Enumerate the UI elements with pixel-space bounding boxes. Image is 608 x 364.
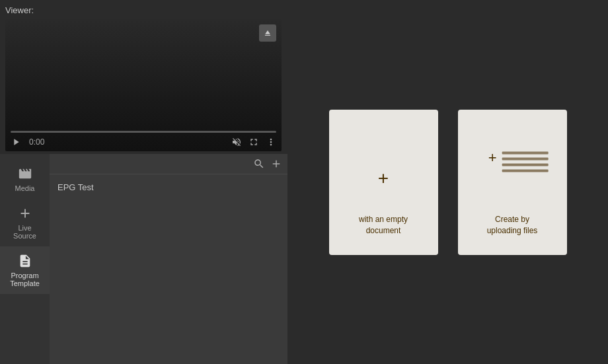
upload-files-icon-area: + — [488, 149, 549, 172]
upload-plus-icon: + — [488, 150, 497, 164]
document-icon — [18, 254, 32, 268]
left-panel: Viewer: 0:00 — [0, 0, 287, 364]
program-template-label: Program Template — [10, 272, 40, 287]
time-display: 0:00 — [29, 137, 44, 147]
video-container: 0:00 — [5, 19, 282, 151]
live-source-icon-container — [17, 205, 33, 221]
viewer-label: Viewer: — [5, 5, 282, 15]
empty-document-card[interactable]: + with an empty document — [329, 110, 438, 255]
media-label: Media — [15, 184, 35, 192]
play-button[interactable] — [11, 137, 21, 147]
search-icon — [253, 158, 265, 170]
line-bar-2 — [502, 157, 549, 160]
upload-files-label: Create by uploading files — [487, 214, 538, 237]
fullscreen-button[interactable] — [248, 137, 259, 147]
program-template-icon-container — [17, 253, 33, 269]
fullscreen-icon — [248, 137, 259, 147]
viewer-section: Viewer: 0:00 — [0, 0, 287, 151]
sidebar-item-media[interactable]: Media — [0, 159, 50, 199]
content-panel: EPG Test — [50, 154, 287, 364]
content-toolbar — [50, 154, 287, 174]
film-icon — [18, 166, 32, 181]
mute-button[interactable] — [231, 137, 242, 147]
controls-right — [231, 137, 276, 147]
plus-cross-icon — [18, 206, 32, 221]
right-panel: + with an empty document + Create by upl… — [287, 0, 608, 364]
sidebar-item-live-source[interactable]: Live Source — [0, 199, 50, 246]
play-icon — [11, 137, 21, 147]
more-icon — [266, 137, 276, 147]
list-item[interactable]: EPG Test — [55, 178, 282, 196]
sidebar-item-program-template[interactable]: Program Template — [0, 246, 50, 294]
line-bar-3 — [502, 163, 549, 166]
mute-icon — [231, 137, 242, 147]
upload-files-card[interactable]: + Create by uploading files — [458, 110, 567, 255]
line-bar-4 — [502, 169, 549, 172]
sidebar: Media Live Source Program Template — [0, 154, 50, 364]
live-source-label: Live Source — [13, 224, 36, 240]
empty-document-label: with an empty document — [359, 214, 408, 237]
video-controls: 0:00 — [5, 128, 282, 151]
progress-bar-bg[interactable] — [11, 131, 276, 133]
line-bar-1 — [502, 151, 549, 154]
search-button[interactable] — [253, 158, 265, 170]
controls-left: 0:00 — [11, 137, 44, 147]
controls-row: 0:00 — [11, 137, 276, 147]
content-list: EPG Test — [50, 174, 287, 200]
add-icon — [270, 158, 282, 170]
add-item-button[interactable] — [270, 158, 282, 170]
lines-group — [502, 151, 549, 172]
bottom-section: Media Live Source Program Template — [0, 154, 287, 364]
more-button[interactable] — [266, 137, 276, 147]
empty-doc-plus-icon: + — [378, 169, 389, 188]
eject-button[interactable] — [259, 24, 276, 42]
media-icon-container — [17, 166, 33, 182]
eject-icon — [263, 28, 272, 38]
